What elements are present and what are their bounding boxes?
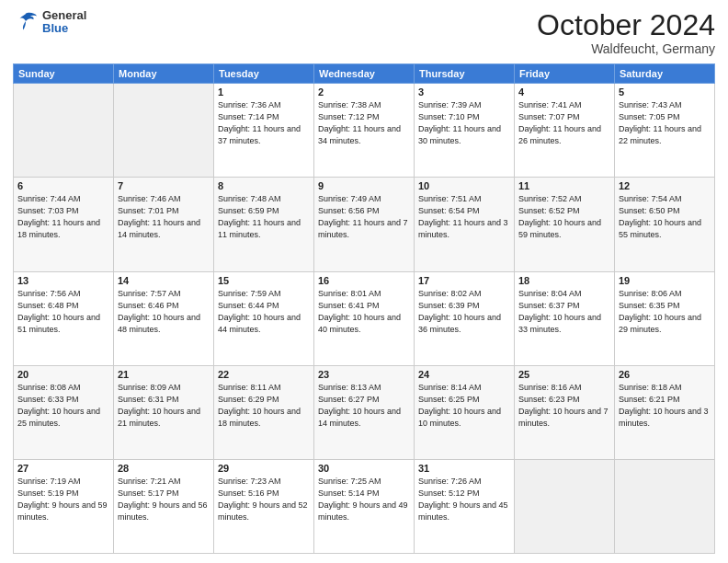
page-header: General Blue October 2024 Waldfeucht, Ge… bbox=[13, 9, 715, 56]
calendar-cell: 14Sunrise: 7:57 AM Sunset: 6:46 PM Dayli… bbox=[114, 271, 214, 365]
calendar-row: 6Sunrise: 7:44 AM Sunset: 7:03 PM Daylig… bbox=[14, 178, 715, 271]
day-info: Sunrise: 7:39 AM Sunset: 7:10 PM Dayligh… bbox=[418, 99, 510, 147]
calendar-cell: 26Sunrise: 8:18 AM Sunset: 6:21 PM Dayli… bbox=[615, 365, 715, 459]
day-info: Sunrise: 8:09 AM Sunset: 6:31 PM Dayligh… bbox=[118, 382, 210, 430]
day-info: Sunrise: 7:51 AM Sunset: 6:54 PM Dayligh… bbox=[418, 193, 510, 241]
logo-text: General Blue bbox=[42, 9, 86, 36]
logo: General Blue bbox=[13, 9, 86, 36]
calendar-cell: 10Sunrise: 7:51 AM Sunset: 6:54 PM Dayli… bbox=[415, 178, 515, 271]
day-number: 22 bbox=[218, 369, 310, 380]
day-info: Sunrise: 7:52 AM Sunset: 6:52 PM Dayligh… bbox=[518, 193, 610, 241]
day-number: 29 bbox=[218, 463, 310, 474]
day-info: Sunrise: 7:56 AM Sunset: 6:48 PM Dayligh… bbox=[17, 288, 109, 336]
logo-icon bbox=[13, 9, 39, 35]
day-number: 21 bbox=[118, 369, 210, 380]
day-info: Sunrise: 8:06 AM Sunset: 6:35 PM Dayligh… bbox=[619, 288, 711, 336]
logo-general: General bbox=[42, 9, 86, 22]
calendar-cell: 5Sunrise: 7:43 AM Sunset: 7:05 PM Daylig… bbox=[615, 84, 715, 178]
calendar-cell: 31Sunrise: 7:26 AM Sunset: 5:12 PM Dayli… bbox=[415, 459, 515, 553]
day-number: 31 bbox=[418, 463, 510, 474]
day-info: Sunrise: 8:08 AM Sunset: 6:33 PM Dayligh… bbox=[17, 382, 109, 430]
calendar-cell: 11Sunrise: 7:52 AM Sunset: 6:52 PM Dayli… bbox=[515, 178, 615, 271]
calendar-cell: 22Sunrise: 8:11 AM Sunset: 6:29 PM Dayli… bbox=[214, 365, 314, 459]
day-info: Sunrise: 7:59 AM Sunset: 6:44 PM Dayligh… bbox=[218, 288, 310, 336]
day-info: Sunrise: 7:38 AM Sunset: 7:12 PM Dayligh… bbox=[318, 99, 410, 147]
calendar-cell bbox=[114, 84, 214, 178]
day-info: Sunrise: 7:43 AM Sunset: 7:05 PM Dayligh… bbox=[619, 99, 711, 147]
day-info: Sunrise: 8:11 AM Sunset: 6:29 PM Dayligh… bbox=[218, 382, 310, 430]
day-info: Sunrise: 7:48 AM Sunset: 6:59 PM Dayligh… bbox=[218, 193, 310, 241]
calendar-row: 27Sunrise: 7:19 AM Sunset: 5:19 PM Dayli… bbox=[14, 459, 715, 553]
day-number: 18 bbox=[518, 275, 610, 286]
header-row: SundayMondayTuesdayWednesdayThursdayFrid… bbox=[14, 64, 715, 84]
day-number: 14 bbox=[118, 275, 210, 286]
calendar-cell: 21Sunrise: 8:09 AM Sunset: 6:31 PM Dayli… bbox=[114, 365, 214, 459]
day-number: 17 bbox=[418, 275, 510, 286]
day-number: 7 bbox=[118, 180, 210, 191]
day-info: Sunrise: 7:41 AM Sunset: 7:07 PM Dayligh… bbox=[518, 99, 610, 147]
calendar-cell: 7Sunrise: 7:46 AM Sunset: 7:01 PM Daylig… bbox=[114, 178, 214, 271]
day-info: Sunrise: 7:46 AM Sunset: 7:01 PM Dayligh… bbox=[118, 193, 210, 241]
day-info: Sunrise: 7:44 AM Sunset: 7:03 PM Dayligh… bbox=[17, 193, 109, 241]
day-number: 19 bbox=[619, 275, 711, 286]
calendar-cell: 27Sunrise: 7:19 AM Sunset: 5:19 PM Dayli… bbox=[14, 459, 114, 553]
calendar-cell: 9Sunrise: 7:49 AM Sunset: 6:56 PM Daylig… bbox=[314, 178, 415, 271]
calendar-cell: 12Sunrise: 7:54 AM Sunset: 6:50 PM Dayli… bbox=[615, 178, 715, 271]
day-number: 13 bbox=[17, 275, 109, 286]
calendar-cell: 20Sunrise: 8:08 AM Sunset: 6:33 PM Dayli… bbox=[14, 365, 114, 459]
day-info: Sunrise: 7:25 AM Sunset: 5:14 PM Dayligh… bbox=[318, 476, 410, 523]
calendar-cell: 30Sunrise: 7:25 AM Sunset: 5:14 PM Dayli… bbox=[314, 459, 415, 553]
calendar-cell: 23Sunrise: 8:13 AM Sunset: 6:27 PM Dayli… bbox=[314, 365, 415, 459]
day-number: 24 bbox=[418, 369, 510, 380]
calendar-cell: 25Sunrise: 8:16 AM Sunset: 6:23 PM Dayli… bbox=[515, 365, 615, 459]
calendar-cell: 16Sunrise: 8:01 AM Sunset: 6:41 PM Dayli… bbox=[314, 271, 415, 365]
calendar-cell: 1Sunrise: 7:36 AM Sunset: 7:14 PM Daylig… bbox=[214, 84, 314, 178]
day-number: 5 bbox=[619, 86, 711, 98]
header-cell-wednesday: Wednesday bbox=[314, 64, 415, 84]
day-number: 12 bbox=[619, 180, 711, 191]
header-cell-thursday: Thursday bbox=[415, 64, 515, 84]
day-info: Sunrise: 7:36 AM Sunset: 7:14 PM Dayligh… bbox=[218, 99, 310, 147]
calendar-location: Waldfeucht, Germany bbox=[537, 41, 715, 56]
calendar-cell: 3Sunrise: 7:39 AM Sunset: 7:10 PM Daylig… bbox=[415, 84, 515, 178]
day-info: Sunrise: 8:01 AM Sunset: 6:41 PM Dayligh… bbox=[318, 288, 410, 336]
day-number: 3 bbox=[418, 86, 510, 98]
day-number: 26 bbox=[619, 369, 711, 380]
calendar-cell: 29Sunrise: 7:23 AM Sunset: 5:16 PM Dayli… bbox=[214, 459, 314, 553]
calendar-cell: 13Sunrise: 7:56 AM Sunset: 6:48 PM Dayli… bbox=[14, 271, 114, 365]
day-info: Sunrise: 7:54 AM Sunset: 6:50 PM Dayligh… bbox=[619, 193, 711, 241]
calendar-cell: 17Sunrise: 8:02 AM Sunset: 6:39 PM Dayli… bbox=[415, 271, 515, 365]
day-info: Sunrise: 8:04 AM Sunset: 6:37 PM Dayligh… bbox=[518, 288, 610, 336]
day-info: Sunrise: 8:02 AM Sunset: 6:39 PM Dayligh… bbox=[418, 288, 510, 336]
day-number: 20 bbox=[17, 369, 109, 380]
calendar-cell: 18Sunrise: 8:04 AM Sunset: 6:37 PM Dayli… bbox=[515, 271, 615, 365]
day-number: 15 bbox=[218, 275, 310, 286]
day-info: Sunrise: 8:18 AM Sunset: 6:21 PM Dayligh… bbox=[619, 382, 711, 430]
day-info: Sunrise: 7:26 AM Sunset: 5:12 PM Dayligh… bbox=[418, 476, 510, 523]
header-cell-saturday: Saturday bbox=[615, 64, 715, 84]
day-info: Sunrise: 7:49 AM Sunset: 6:56 PM Dayligh… bbox=[318, 193, 410, 241]
calendar-cell: 28Sunrise: 7:21 AM Sunset: 5:17 PM Dayli… bbox=[114, 459, 214, 553]
header-cell-friday: Friday bbox=[515, 64, 615, 84]
calendar-cell: 6Sunrise: 7:44 AM Sunset: 7:03 PM Daylig… bbox=[14, 178, 114, 271]
calendar-cell: 19Sunrise: 8:06 AM Sunset: 6:35 PM Dayli… bbox=[615, 271, 715, 365]
day-number: 23 bbox=[318, 369, 410, 380]
day-number: 6 bbox=[17, 180, 109, 191]
day-number: 11 bbox=[518, 180, 610, 191]
day-info: Sunrise: 7:19 AM Sunset: 5:19 PM Dayligh… bbox=[17, 476, 109, 523]
calendar-table: SundayMondayTuesdayWednesdayThursdayFrid… bbox=[13, 63, 715, 554]
day-info: Sunrise: 8:16 AM Sunset: 6:23 PM Dayligh… bbox=[518, 382, 610, 430]
day-info: Sunrise: 8:14 AM Sunset: 6:25 PM Dayligh… bbox=[418, 382, 510, 430]
day-number: 10 bbox=[418, 180, 510, 191]
header-cell-monday: Monday bbox=[114, 64, 214, 84]
calendar-cell bbox=[515, 459, 615, 553]
calendar-cell bbox=[14, 84, 114, 178]
day-number: 8 bbox=[218, 180, 310, 191]
day-number: 2 bbox=[318, 86, 410, 98]
day-number: 25 bbox=[518, 369, 610, 380]
header-cell-sunday: Sunday bbox=[14, 64, 114, 84]
day-number: 28 bbox=[118, 463, 210, 474]
day-number: 9 bbox=[318, 180, 410, 191]
day-info: Sunrise: 8:13 AM Sunset: 6:27 PM Dayligh… bbox=[318, 382, 410, 430]
header-cell-tuesday: Tuesday bbox=[214, 64, 314, 84]
